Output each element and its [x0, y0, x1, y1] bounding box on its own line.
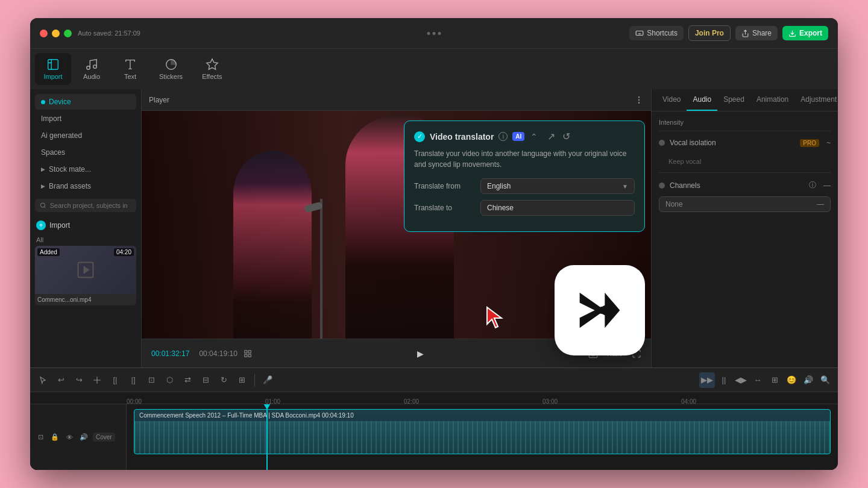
- toolbar-text[interactable]: Text: [112, 53, 148, 85]
- figure-side: [233, 151, 312, 368]
- track-lock-button[interactable]: 🔒: [49, 432, 60, 443]
- plus-circle-icon: +: [36, 221, 46, 230]
- play-button[interactable]: ▶: [412, 345, 429, 362]
- import-row[interactable]: + Import: [35, 217, 136, 234]
- channels-more-icon[interactable]: —: [823, 181, 831, 190]
- refresh-icon[interactable]: ↺: [562, 131, 570, 142]
- import-icon: [46, 58, 60, 71]
- join-pro-label: Join Pro: [695, 29, 724, 37]
- expand-icon[interactable]: ↗: [547, 131, 555, 142]
- mask-button[interactable]: ⬡: [162, 372, 177, 388]
- toolbar-effects[interactable]: Effects: [193, 53, 230, 85]
- track-audio-button[interactable]: 🔊: [78, 432, 89, 443]
- video-clip[interactable]: Commencement Speech 2012 – Full-Time MBA…: [134, 409, 831, 454]
- share-icon: [741, 30, 749, 37]
- sidebar-item-import[interactable]: Import: [35, 111, 136, 127]
- capcut-logo: [555, 265, 645, 355]
- tl-tool-3[interactable]: ◀▶: [733, 372, 749, 388]
- playhead[interactable]: [266, 404, 268, 470]
- channels-select[interactable]: None —: [659, 196, 831, 212]
- translate-to-value: Chinese: [487, 204, 514, 212]
- media-thumbnail[interactable]: Added 04:20 Commenc...oni.mp4: [35, 246, 136, 305]
- mic-button[interactable]: 🎤: [260, 372, 275, 388]
- toolbar-stickers[interactable]: Stickers: [151, 53, 191, 85]
- mark-03: 03:00: [542, 398, 558, 405]
- maximize-button[interactable]: [64, 30, 72, 37]
- grid-icon: [244, 349, 252, 358]
- svg-marker-10: [84, 267, 89, 273]
- tab-speed[interactable]: Speed: [717, 89, 750, 111]
- collapse-icon[interactable]: ⌃: [530, 132, 538, 142]
- tl-zoom-btn[interactable]: 🔍: [817, 372, 833, 388]
- video-translator-popup: ✓ Video translator i AI ⌃ ↗ ↺ Translate …: [404, 120, 645, 232]
- shortcuts-button[interactable]: Shortcuts: [629, 26, 684, 40]
- tab-audio[interactable]: Audio: [687, 89, 717, 111]
- crop-button[interactable]: ⊡: [143, 372, 159, 388]
- channels-toggle[interactable]: [659, 183, 665, 189]
- join-pro-button[interactable]: Join Pro: [688, 25, 731, 41]
- tl-tool-4[interactable]: ↔: [750, 372, 766, 388]
- tl-tool-1[interactable]: ▶▶: [699, 372, 715, 388]
- divider-2: [659, 172, 831, 173]
- title-dots: [427, 32, 441, 35]
- popup-description: Translate your video into another langua…: [414, 148, 635, 170]
- track-ctrl-row: ⊡ 🔒 👁 🔊 Cover: [35, 432, 121, 443]
- track-eye-button[interactable]: 👁: [64, 432, 75, 443]
- export-button[interactable]: Export: [782, 26, 828, 40]
- tl-tool-6[interactable]: 😊: [784, 372, 799, 388]
- channels-info-icon[interactable]: ⓘ: [809, 180, 816, 190]
- flip-button[interactable]: ⇄: [180, 372, 195, 388]
- svg-rect-1: [48, 60, 58, 70]
- toolbar-divider: [254, 374, 255, 386]
- trim-left-button[interactable]: [|: [107, 372, 123, 388]
- redo-button[interactable]: ↪: [71, 372, 87, 388]
- mark-04: 04:00: [681, 398, 696, 405]
- chevron-down-icon: ▼: [622, 183, 628, 190]
- svg-point-12: [638, 99, 639, 100]
- svg-rect-16: [245, 350, 247, 352]
- tab-video[interactable]: Video: [656, 89, 687, 111]
- translate-from-select[interactable]: English ▼: [480, 178, 635, 194]
- share-button[interactable]: Share: [735, 26, 778, 40]
- stabilize-button[interactable]: ⊞: [234, 372, 250, 388]
- vocal-info-icon[interactable]: ~: [826, 139, 831, 147]
- shortcuts-label: Shortcuts: [647, 29, 678, 37]
- popup-title: Video translator: [430, 132, 494, 142]
- tl-tool-2[interactable]: ||: [716, 372, 732, 388]
- toolbar-audio[interactable]: Audio: [74, 53, 110, 85]
- translate-to-select[interactable]: Chinese: [480, 200, 635, 216]
- search-input[interactable]: [50, 202, 131, 209]
- sidebar-item-stock-mate[interactable]: ▶ Stock mate...: [35, 161, 136, 177]
- tl-tool-5[interactable]: ⊞: [767, 372, 782, 388]
- undo-button[interactable]: ↩: [53, 372, 69, 388]
- more-options-icon[interactable]: [634, 95, 644, 105]
- sidebar-item-brand-assets[interactable]: ▶ Brand assets: [35, 178, 136, 194]
- mirror-button[interactable]: ⊟: [198, 372, 213, 388]
- translate-from-label: Translate from: [414, 182, 480, 190]
- close-button[interactable]: [40, 30, 48, 37]
- right-panel: Video Audio Speed Animation Adjustment »…: [651, 89, 838, 368]
- track-layout-button[interactable]: ⊡: [35, 432, 46, 443]
- clip-label-row: Commencement Speech 2012 – Full-Time MBA…: [134, 410, 830, 421]
- tab-animation-label: Animation: [756, 95, 788, 104]
- sidebar-item-device[interactable]: Device: [35, 94, 136, 110]
- cursor-svg: [482, 305, 506, 329]
- trim-right-button[interactable]: |]: [125, 372, 141, 388]
- minimize-button[interactable]: [52, 30, 60, 37]
- search-icon: [40, 202, 46, 209]
- clip-label: Commencement Speech 2012 – Full-Time MBA…: [139, 412, 354, 419]
- tl-tool-7[interactable]: 🔊: [800, 372, 816, 388]
- vocal-isolation-toggle[interactable]: [659, 140, 665, 146]
- export-label: Export: [799, 29, 822, 37]
- app-window: Auto saved: 21:57:09 Shortcuts Join Pro …: [30, 18, 838, 470]
- select-tool-button[interactable]: [35, 372, 51, 388]
- sidebar-item-ai-generated[interactable]: Ai generated: [35, 128, 136, 143]
- info-icon[interactable]: i: [498, 132, 508, 141]
- tab-animation[interactable]: Animation: [750, 89, 794, 111]
- timeline-toolbar: ↩ ↪ [| |] ⊡ ⬡ ⇄ ⊟ ↻ ⊞ 🎤 ▶▶ || ◀▶ ↔ ⊞ 😊 🔊: [30, 368, 838, 392]
- toolbar-import[interactable]: Import: [35, 53, 71, 85]
- tab-adjustment[interactable]: Adjustment: [794, 89, 838, 111]
- split-button[interactable]: [89, 372, 105, 388]
- rotate-button[interactable]: ↻: [216, 372, 231, 388]
- sidebar-item-spaces[interactable]: Spaces: [35, 145, 136, 160]
